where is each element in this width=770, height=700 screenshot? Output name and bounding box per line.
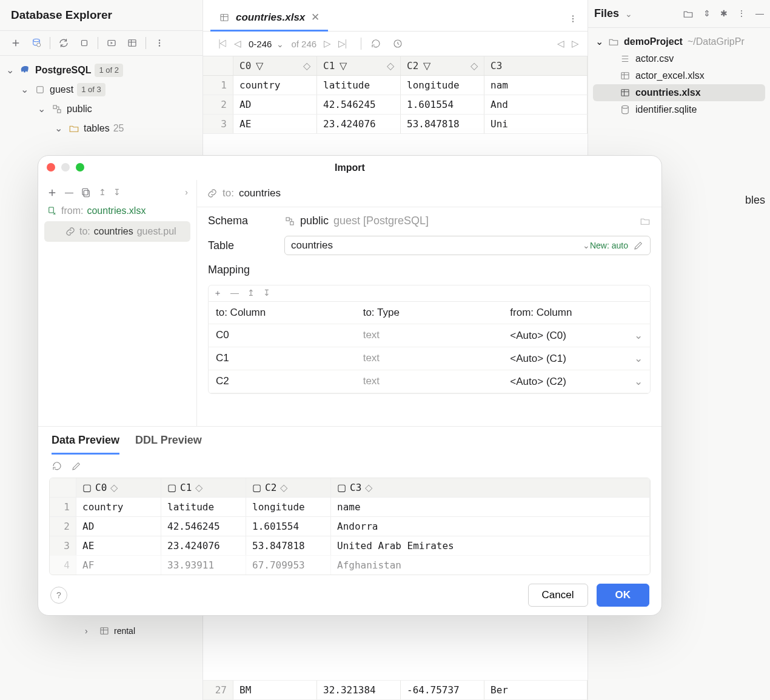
- destination-bar: to: countries: [197, 180, 661, 207]
- preview-col-header[interactable]: ▢ C3 ◇: [331, 478, 650, 497]
- preview-table[interactable]: ▢ C0 ◇ ▢ C1 ◇ ▢ C2 ◇ ▢ C3 ◇ 1 country la…: [49, 478, 651, 575]
- add-icon[interactable]: ＋: [213, 288, 222, 299]
- reload-icon[interactable]: [369, 36, 383, 51]
- more-icon[interactable]: [152, 36, 167, 50]
- preview-col-header[interactable]: ▢ C1 ◇: [161, 478, 246, 497]
- file-item[interactable]: countries.xlsx: [593, 84, 765, 101]
- up-icon[interactable]: ↥: [247, 288, 255, 299]
- nav-back-icon[interactable]: ◁: [557, 38, 564, 49]
- schema-row: Schema public guest [PostgreSQL]: [208, 215, 651, 227]
- copy-icon[interactable]: [81, 187, 92, 198]
- table-row[interactable]: 2 AD 42.546245 1.601554 And: [203, 95, 588, 115]
- filter-icon[interactable]: ▽: [423, 60, 430, 72]
- file-item[interactable]: actor.csv: [593, 50, 765, 67]
- col-header[interactable]: C1▽◇: [317, 56, 401, 75]
- preview-row[interactable]: 4 AF 33.93911 67.709953 Afghanistan: [50, 555, 650, 575]
- stop-icon[interactable]: [77, 36, 92, 50]
- next-page-icon[interactable]: ▷: [324, 38, 331, 49]
- tree-label: PostgreSQL: [35, 63, 91, 78]
- filter-icon[interactable]: ▽: [340, 60, 347, 72]
- project-row[interactable]: ⌄ demoProject ~/DataGripPr: [593, 33, 765, 50]
- tab-label: countries.xlsx: [236, 12, 305, 24]
- chevron-down-icon[interactable]: [583, 239, 590, 252]
- tree-datasource[interactable]: ⌄ PostgreSQL 1 of 2: [4, 61, 199, 80]
- editor-tab[interactable]: countries.xlsx ✕: [210, 6, 328, 32]
- svg-rect-11: [221, 14, 228, 21]
- import-target-row[interactable]: to: countries guest.pul: [44, 221, 190, 242]
- tab-more-icon[interactable]: [566, 12, 580, 26]
- col-header[interactable]: C2▽◇: [401, 56, 484, 75]
- remove-icon[interactable]: —: [230, 288, 239, 299]
- preview-row[interactable]: 3 AE 23.424076 53.847818 United Arab Emi…: [50, 536, 650, 555]
- filter-icon[interactable]: ▽: [256, 60, 263, 72]
- zoom-window-icon[interactable]: [76, 163, 84, 172]
- file-item[interactable]: identifier.sqlite: [593, 101, 765, 118]
- help-icon[interactable]: ?: [50, 587, 67, 604]
- cancel-button[interactable]: Cancel: [528, 584, 588, 607]
- tab-data-preview[interactable]: Data Preview: [52, 434, 119, 455]
- preview-row[interactable]: 1 country latitude longitude name: [50, 497, 650, 516]
- data-grid-body[interactable]: 1 country latitude longitude nam 2 AD 42…: [203, 76, 588, 134]
- preview-col-header[interactable]: ▢ C2 ◇: [246, 478, 331, 497]
- table-name-input[interactable]: countries New: auto: [284, 236, 651, 255]
- close-icon[interactable]: ✕: [311, 11, 320, 24]
- datasource-settings-icon[interactable]: [29, 36, 44, 50]
- svg-point-5: [159, 39, 160, 41]
- export-icon[interactable]: ↥: [99, 187, 106, 198]
- table-field-label: Table: [208, 239, 275, 252]
- chevron-down-icon[interactable]: ⌄: [634, 329, 643, 342]
- tree-table-leaf[interactable]: › rental: [6, 623, 139, 639]
- preview-row[interactable]: 2 AD 42.546245 1.601554 Andorra: [50, 516, 650, 536]
- col-header[interactable]: C3: [484, 56, 588, 75]
- edit-icon[interactable]: [71, 461, 82, 472]
- add-icon[interactable]: [47, 187, 58, 198]
- reload-icon[interactable]: [52, 461, 62, 472]
- last-page-icon[interactable]: ▷⎸: [338, 38, 353, 49]
- svg-rect-16: [101, 628, 108, 635]
- edit-icon[interactable]: [633, 240, 644, 251]
- preview-col-header[interactable]: ▢ C0 ◇: [76, 478, 161, 497]
- file-item[interactable]: actor_excel.xlsx: [593, 67, 765, 84]
- minimize-icon[interactable]: —: [755, 8, 764, 19]
- chevron-down-icon[interactable]: ⌄: [634, 375, 643, 388]
- tree-schema[interactable]: ⌄ public: [4, 99, 199, 119]
- folder-icon[interactable]: [683, 8, 694, 19]
- collapse-icon[interactable]: ⇕: [703, 8, 711, 19]
- table-row[interactable]: 3 AE 23.424076 53.847818 Uni: [203, 115, 588, 134]
- more-icon[interactable]: ⋮: [737, 8, 746, 19]
- minimize-window-icon[interactable]: [61, 163, 70, 172]
- mapping-toolbar: ＋ — ↥ ↧: [208, 285, 651, 301]
- history-icon[interactable]: [390, 36, 405, 51]
- down-icon[interactable]: ↧: [263, 288, 270, 299]
- refresh-icon[interactable]: [56, 36, 71, 50]
- console-icon[interactable]: [104, 36, 119, 50]
- import-icon[interactable]: ↧: [113, 187, 121, 198]
- col-header[interactable]: C0▽◇: [233, 56, 317, 75]
- tab-ddl-preview[interactable]: DDL Preview: [135, 434, 202, 455]
- chevron-down-icon[interactable]: ⌄: [634, 352, 643, 365]
- ok-button[interactable]: OK: [597, 584, 650, 607]
- mapping-row[interactable]: C0 text <Auto> (C0)⌄: [209, 324, 650, 347]
- remove-icon[interactable]: —: [65, 187, 73, 198]
- first-page-icon[interactable]: ⎹◁: [212, 38, 227, 49]
- data-grid-tail[interactable]: 27 BM 32.321384 -64.75737 Ber: [203, 680, 588, 700]
- nav-fwd-icon[interactable]: ▷: [572, 38, 579, 49]
- chevron-right-icon[interactable]: ›: [185, 187, 188, 198]
- browse-folder-icon[interactable]: [640, 216, 651, 227]
- add-icon[interactable]: [8, 36, 23, 50]
- prev-page-icon[interactable]: ◁: [234, 38, 241, 49]
- table-icon[interactable]: [125, 36, 139, 50]
- mapping-row[interactable]: C1 text <Auto> (C1)⌄: [209, 347, 650, 370]
- target-icon[interactable]: ✱: [720, 8, 728, 19]
- table-row[interactable]: 1 country latitude longitude nam: [203, 76, 588, 95]
- dialog-titlebar[interactable]: Import: [38, 156, 661, 180]
- close-window-icon[interactable]: [47, 163, 55, 172]
- table-row[interactable]: 27 BM 32.321384 -64.75737 Ber: [203, 681, 588, 700]
- tree-database[interactable]: ⌄ guest 1 of 3: [4, 80, 199, 99]
- page-range[interactable]: 0-246: [249, 39, 284, 49]
- mapping-row[interactable]: C2 text <Auto> (C2)⌄: [209, 370, 650, 393]
- tree-tables[interactable]: ⌄ tables 25: [4, 119, 199, 138]
- import-source-row[interactable]: from: countries.xlsx: [44, 201, 190, 221]
- chevron-down-icon[interactable]: [625, 9, 632, 19]
- svg-point-13: [572, 18, 574, 19]
